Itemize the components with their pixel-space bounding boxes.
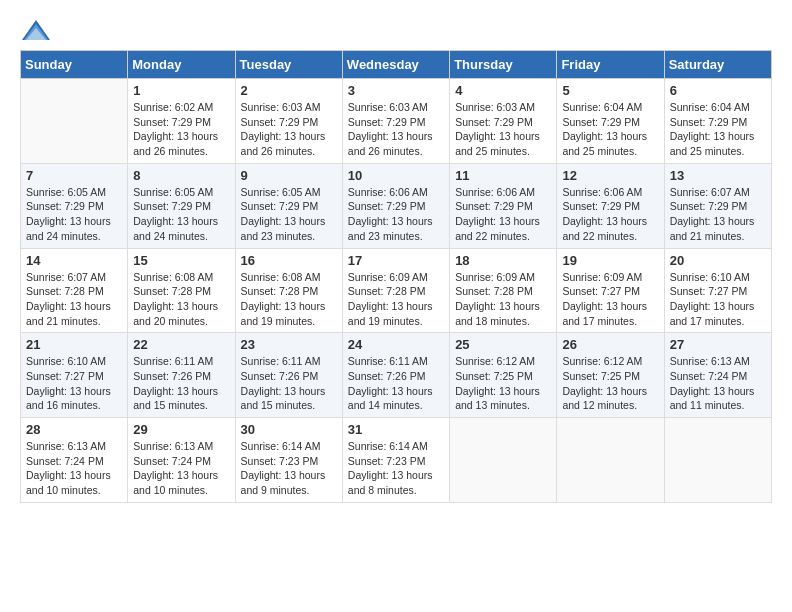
day-info: Sunrise: 6:03 AMSunset: 7:29 PMDaylight:… xyxy=(241,100,337,159)
day-number: 1 xyxy=(133,83,229,98)
day-info: Sunrise: 6:09 AMSunset: 7:28 PMDaylight:… xyxy=(455,270,551,329)
day-number: 24 xyxy=(348,337,444,352)
calendar-day-cell: 8Sunrise: 6:05 AMSunset: 7:29 PMDaylight… xyxy=(128,163,235,248)
calendar-day-cell: 31Sunrise: 6:14 AMSunset: 7:23 PMDayligh… xyxy=(342,418,449,503)
day-number: 7 xyxy=(26,168,122,183)
day-of-week-header: Thursday xyxy=(450,51,557,79)
day-info: Sunrise: 6:07 AMSunset: 7:28 PMDaylight:… xyxy=(26,270,122,329)
calendar-header-row: SundayMondayTuesdayWednesdayThursdayFrid… xyxy=(21,51,772,79)
day-info: Sunrise: 6:06 AMSunset: 7:29 PMDaylight:… xyxy=(455,185,551,244)
calendar-day-cell: 2Sunrise: 6:03 AMSunset: 7:29 PMDaylight… xyxy=(235,79,342,164)
calendar-day-cell xyxy=(450,418,557,503)
page-header xyxy=(20,20,772,40)
day-info: Sunrise: 6:04 AMSunset: 7:29 PMDaylight:… xyxy=(562,100,658,159)
calendar-day-cell: 9Sunrise: 6:05 AMSunset: 7:29 PMDaylight… xyxy=(235,163,342,248)
calendar-day-cell: 17Sunrise: 6:09 AMSunset: 7:28 PMDayligh… xyxy=(342,248,449,333)
day-number: 3 xyxy=(348,83,444,98)
day-number: 25 xyxy=(455,337,551,352)
logo xyxy=(20,20,50,40)
day-number: 29 xyxy=(133,422,229,437)
day-info: Sunrise: 6:12 AMSunset: 7:25 PMDaylight:… xyxy=(455,354,551,413)
calendar-day-cell xyxy=(21,79,128,164)
calendar-week-row: 21Sunrise: 6:10 AMSunset: 7:27 PMDayligh… xyxy=(21,333,772,418)
day-info: Sunrise: 6:12 AMSunset: 7:25 PMDaylight:… xyxy=(562,354,658,413)
day-number: 18 xyxy=(455,253,551,268)
calendar-day-cell: 21Sunrise: 6:10 AMSunset: 7:27 PMDayligh… xyxy=(21,333,128,418)
calendar-day-cell: 3Sunrise: 6:03 AMSunset: 7:29 PMDaylight… xyxy=(342,79,449,164)
day-info: Sunrise: 6:09 AMSunset: 7:27 PMDaylight:… xyxy=(562,270,658,329)
day-number: 16 xyxy=(241,253,337,268)
calendar-day-cell: 18Sunrise: 6:09 AMSunset: 7:28 PMDayligh… xyxy=(450,248,557,333)
day-info: Sunrise: 6:13 AMSunset: 7:24 PMDaylight:… xyxy=(26,439,122,498)
calendar-week-row: 14Sunrise: 6:07 AMSunset: 7:28 PMDayligh… xyxy=(21,248,772,333)
calendar-day-cell: 12Sunrise: 6:06 AMSunset: 7:29 PMDayligh… xyxy=(557,163,664,248)
day-number: 17 xyxy=(348,253,444,268)
calendar-day-cell: 22Sunrise: 6:11 AMSunset: 7:26 PMDayligh… xyxy=(128,333,235,418)
day-info: Sunrise: 6:10 AMSunset: 7:27 PMDaylight:… xyxy=(26,354,122,413)
day-info: Sunrise: 6:11 AMSunset: 7:26 PMDaylight:… xyxy=(133,354,229,413)
day-info: Sunrise: 6:07 AMSunset: 7:29 PMDaylight:… xyxy=(670,185,766,244)
calendar-day-cell: 11Sunrise: 6:06 AMSunset: 7:29 PMDayligh… xyxy=(450,163,557,248)
day-of-week-header: Friday xyxy=(557,51,664,79)
day-number: 4 xyxy=(455,83,551,98)
day-number: 10 xyxy=(348,168,444,183)
calendar-day-cell: 20Sunrise: 6:10 AMSunset: 7:27 PMDayligh… xyxy=(664,248,771,333)
calendar-day-cell: 15Sunrise: 6:08 AMSunset: 7:28 PMDayligh… xyxy=(128,248,235,333)
day-number: 21 xyxy=(26,337,122,352)
calendar-day-cell xyxy=(557,418,664,503)
calendar-day-cell: 6Sunrise: 6:04 AMSunset: 7:29 PMDaylight… xyxy=(664,79,771,164)
day-number: 9 xyxy=(241,168,337,183)
day-info: Sunrise: 6:13 AMSunset: 7:24 PMDaylight:… xyxy=(670,354,766,413)
calendar-day-cell: 30Sunrise: 6:14 AMSunset: 7:23 PMDayligh… xyxy=(235,418,342,503)
calendar-week-row: 28Sunrise: 6:13 AMSunset: 7:24 PMDayligh… xyxy=(21,418,772,503)
calendar-day-cell: 1Sunrise: 6:02 AMSunset: 7:29 PMDaylight… xyxy=(128,79,235,164)
day-number: 8 xyxy=(133,168,229,183)
day-number: 13 xyxy=(670,168,766,183)
calendar-day-cell: 26Sunrise: 6:12 AMSunset: 7:25 PMDayligh… xyxy=(557,333,664,418)
calendar-day-cell: 19Sunrise: 6:09 AMSunset: 7:27 PMDayligh… xyxy=(557,248,664,333)
day-info: Sunrise: 6:08 AMSunset: 7:28 PMDaylight:… xyxy=(241,270,337,329)
day-number: 5 xyxy=(562,83,658,98)
calendar-day-cell: 28Sunrise: 6:13 AMSunset: 7:24 PMDayligh… xyxy=(21,418,128,503)
calendar-week-row: 1Sunrise: 6:02 AMSunset: 7:29 PMDaylight… xyxy=(21,79,772,164)
day-info: Sunrise: 6:14 AMSunset: 7:23 PMDaylight:… xyxy=(348,439,444,498)
calendar-day-cell: 24Sunrise: 6:11 AMSunset: 7:26 PMDayligh… xyxy=(342,333,449,418)
day-number: 26 xyxy=(562,337,658,352)
day-number: 31 xyxy=(348,422,444,437)
calendar-day-cell: 23Sunrise: 6:11 AMSunset: 7:26 PMDayligh… xyxy=(235,333,342,418)
calendar-day-cell: 7Sunrise: 6:05 AMSunset: 7:29 PMDaylight… xyxy=(21,163,128,248)
calendar-day-cell: 4Sunrise: 6:03 AMSunset: 7:29 PMDaylight… xyxy=(450,79,557,164)
day-info: Sunrise: 6:05 AMSunset: 7:29 PMDaylight:… xyxy=(241,185,337,244)
day-number: 20 xyxy=(670,253,766,268)
day-info: Sunrise: 6:02 AMSunset: 7:29 PMDaylight:… xyxy=(133,100,229,159)
day-info: Sunrise: 6:06 AMSunset: 7:29 PMDaylight:… xyxy=(562,185,658,244)
day-info: Sunrise: 6:11 AMSunset: 7:26 PMDaylight:… xyxy=(348,354,444,413)
day-number: 2 xyxy=(241,83,337,98)
day-number: 12 xyxy=(562,168,658,183)
calendar-day-cell: 25Sunrise: 6:12 AMSunset: 7:25 PMDayligh… xyxy=(450,333,557,418)
calendar-day-cell: 14Sunrise: 6:07 AMSunset: 7:28 PMDayligh… xyxy=(21,248,128,333)
calendar-day-cell: 27Sunrise: 6:13 AMSunset: 7:24 PMDayligh… xyxy=(664,333,771,418)
day-of-week-header: Monday xyxy=(128,51,235,79)
day-info: Sunrise: 6:08 AMSunset: 7:28 PMDaylight:… xyxy=(133,270,229,329)
calendar-day-cell: 5Sunrise: 6:04 AMSunset: 7:29 PMDaylight… xyxy=(557,79,664,164)
calendar-day-cell xyxy=(664,418,771,503)
calendar-day-cell: 10Sunrise: 6:06 AMSunset: 7:29 PMDayligh… xyxy=(342,163,449,248)
day-info: Sunrise: 6:05 AMSunset: 7:29 PMDaylight:… xyxy=(26,185,122,244)
day-info: Sunrise: 6:13 AMSunset: 7:24 PMDaylight:… xyxy=(133,439,229,498)
day-info: Sunrise: 6:05 AMSunset: 7:29 PMDaylight:… xyxy=(133,185,229,244)
day-number: 11 xyxy=(455,168,551,183)
day-info: Sunrise: 6:04 AMSunset: 7:29 PMDaylight:… xyxy=(670,100,766,159)
day-number: 14 xyxy=(26,253,122,268)
day-number: 15 xyxy=(133,253,229,268)
day-of-week-header: Saturday xyxy=(664,51,771,79)
calendar-table: SundayMondayTuesdayWednesdayThursdayFrid… xyxy=(20,50,772,503)
day-info: Sunrise: 6:03 AMSunset: 7:29 PMDaylight:… xyxy=(455,100,551,159)
day-of-week-header: Tuesday xyxy=(235,51,342,79)
day-number: 22 xyxy=(133,337,229,352)
day-info: Sunrise: 6:09 AMSunset: 7:28 PMDaylight:… xyxy=(348,270,444,329)
calendar-week-row: 7Sunrise: 6:05 AMSunset: 7:29 PMDaylight… xyxy=(21,163,772,248)
day-info: Sunrise: 6:03 AMSunset: 7:29 PMDaylight:… xyxy=(348,100,444,159)
day-info: Sunrise: 6:14 AMSunset: 7:23 PMDaylight:… xyxy=(241,439,337,498)
calendar-day-cell: 16Sunrise: 6:08 AMSunset: 7:28 PMDayligh… xyxy=(235,248,342,333)
